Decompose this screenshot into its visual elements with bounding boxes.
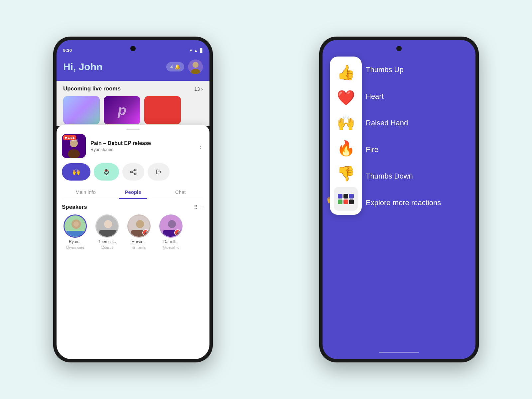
- speaker-name: Marvin...: [131, 239, 147, 244]
- mic-off-badge: 🎤: [142, 229, 149, 236]
- left-phone: 9:30 ▾ ▲ ▊ Hi, John 4 🔔: [53, 37, 213, 362]
- thumbs-down-reaction[interactable]: 👎: [334, 162, 358, 186]
- speaker-avatar-theresa: [95, 214, 119, 238]
- list-view-icon[interactable]: ≡: [201, 204, 204, 210]
- bottom-sheet: LIVE PAIN Pain – Debut EP release Ryan J…: [57, 125, 209, 359]
- greeting-text: Hi, John: [63, 61, 102, 72]
- tabs: Main info People Chat: [62, 186, 204, 199]
- live-info: Pain – Debut EP release Ryan Jones: [90, 140, 193, 152]
- live-title: Pain – Debut EP release: [90, 140, 193, 146]
- heart-reaction[interactable]: ❤️: [334, 86, 358, 110]
- explore-dot: [338, 200, 342, 204]
- notif-count: 4: [170, 64, 173, 69]
- live-dot: [65, 137, 67, 139]
- upcoming-title: Upcoming live rooms: [63, 85, 121, 92]
- speaker-avatar-marvin: 🎤: [127, 214, 151, 238]
- explore-dot: [343, 194, 348, 199]
- reaction-popup: 👍 ❤️ 🙌 🔥 👎: [330, 57, 362, 215]
- svg-rect-24: [99, 230, 117, 238]
- explore-dot: [338, 194, 342, 199]
- status-icons: ▾ ▲ ▊: [190, 48, 203, 53]
- live-badge: LIVE: [63, 135, 76, 140]
- svg-rect-20: [66, 231, 86, 238]
- svg-point-14: [135, 173, 136, 175]
- explore-grid: [338, 194, 354, 204]
- fire-reaction[interactable]: 🔥: [334, 136, 358, 160]
- avatar[interactable]: [188, 60, 203, 74]
- rooms-preview: p: [63, 96, 203, 126]
- signal-icon: ▲: [194, 48, 198, 53]
- room-card-3[interactable]: [144, 96, 181, 124]
- grid-view-icon[interactable]: ⠿: [194, 204, 198, 210]
- speaker-handle: @marmc: [132, 246, 146, 249]
- sheet-handle: [126, 129, 140, 130]
- speakers-view-icons: ⠿ ≡: [194, 204, 204, 210]
- notification-badge[interactable]: 4 🔔: [166, 62, 184, 71]
- raised-hand-button[interactable]: 🙌: [62, 163, 90, 181]
- left-phone-screen: 9:30 ▾ ▲ ▊ Hi, John 4 🔔: [57, 40, 209, 359]
- explore-dot: [343, 200, 348, 204]
- speakers-section: Speakers ⠿ ≡: [57, 199, 209, 254]
- explore-reactions-button[interactable]: [334, 187, 358, 211]
- speaker-item[interactable]: 🎤 Darrell... @idesofmg: [158, 214, 184, 249]
- svg-rect-7: [105, 169, 107, 172]
- svg-point-21: [73, 221, 79, 227]
- svg-point-1: [193, 62, 199, 68]
- svg-line-16: [132, 172, 134, 173]
- speaker-avatar-darrell: 🎤: [159, 214, 183, 238]
- svg-line-15: [132, 170, 134, 171]
- raised-hand-reaction[interactable]: 🙌: [334, 111, 358, 135]
- speakers-header: Speakers ⠿ ≡: [62, 204, 204, 210]
- svg-point-25: [105, 221, 111, 227]
- wifi-icon: ▾: [190, 48, 192, 53]
- speaker-item[interactable]: 🎤 Marvin... @marmc: [126, 214, 152, 249]
- share-button[interactable]: [122, 163, 144, 181]
- explore-dot: [349, 200, 354, 204]
- raised-hand-label: Raised Hand: [366, 110, 441, 136]
- right-phone-screen: 🙌 👍 ❤️ 🙌 🔥 👎 Thumbs Up Heart: [323, 40, 475, 359]
- speaker-handle: @ryan.jones: [66, 246, 84, 249]
- battery-icon: ▊: [200, 48, 203, 53]
- svg-point-13: [131, 171, 132, 173]
- speaker-avatar-ryan: [64, 214, 87, 238]
- live-artist: Ryan Jones: [90, 147, 193, 152]
- mic-button[interactable]: [94, 163, 119, 181]
- svg-point-27: [136, 220, 144, 228]
- tab-main-info[interactable]: Main info: [62, 186, 109, 199]
- upcoming-section: Upcoming live rooms 13 › p: [57, 81, 209, 126]
- speaker-item[interactable]: Ryan... @ryan.jones: [62, 214, 88, 249]
- speakers-grid: Ryan... @ryan.jones: [62, 214, 204, 249]
- speakers-title: Speakers: [62, 204, 87, 210]
- speaker-name: Theresa...: [98, 239, 116, 244]
- exit-button[interactable]: [148, 163, 170, 181]
- svg-point-30: [168, 220, 176, 228]
- room-card-1[interactable]: [63, 96, 100, 124]
- right-phone: 🙌 👍 ❤️ 🙌 🔥 👎 Thumbs Up Heart: [319, 37, 479, 362]
- explore-more-label: Explore more reactions: [366, 190, 441, 216]
- status-time: 9:30: [63, 48, 72, 53]
- tab-chat[interactable]: Chat: [157, 186, 204, 199]
- thumbs-down-label: Thumbs Down: [366, 163, 441, 190]
- camera-hole: [130, 46, 136, 51]
- header-right: 4 🔔: [166, 60, 203, 74]
- more-options-button[interactable]: ⋮: [198, 142, 204, 150]
- mic-off-badge: 🎤: [174, 229, 181, 236]
- heart-label: Heart: [366, 83, 441, 110]
- action-buttons: 🙌: [57, 162, 209, 186]
- speaker-name: Darrell...: [163, 239, 178, 244]
- speaker-item[interactable]: Theresa... @dgsus: [94, 214, 120, 249]
- room-card-2[interactable]: p: [104, 96, 140, 124]
- right-camera-hole: [396, 46, 402, 51]
- reactions-list: Thumbs Up Heart Raised Hand Fire Thumbs …: [366, 57, 441, 216]
- speaker-name: Ryan...: [69, 239, 81, 244]
- tab-people[interactable]: People: [109, 186, 157, 199]
- fire-label: Fire: [366, 136, 441, 163]
- explore-dot: [349, 194, 354, 199]
- svg-point-12: [135, 169, 136, 171]
- speaker-handle: @dgsus: [101, 246, 113, 249]
- bell-icon: 🔔: [175, 64, 180, 69]
- live-card: LIVE PAIN Pain – Debut EP release Ryan J…: [57, 134, 209, 162]
- thumbs-up-reaction[interactable]: 👍: [334, 61, 358, 84]
- upcoming-count[interactable]: 13 ›: [194, 86, 203, 92]
- app-header: Hi, John 4 🔔: [57, 56, 209, 81]
